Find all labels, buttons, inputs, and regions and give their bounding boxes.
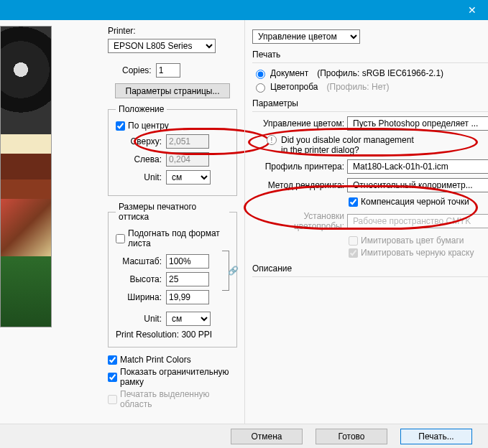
print-selection-checkbox: Печатать выделенную область [108, 389, 237, 409]
size-unit-select[interactable]: см [166, 312, 211, 326]
link-icon[interactable]: 🔗 [228, 266, 239, 276]
width-label: Ширина: [116, 292, 162, 302]
proof-setup-select: Рабочее пространство CMYK [347, 214, 488, 228]
cancel-button[interactable]: Отмена [231, 429, 303, 444]
proof-profile: (Профиль: Нет) [327, 82, 390, 92]
close-button[interactable]: ✕ [456, 0, 488, 20]
show-bbox-checkbox[interactable]: Показать ограничительную рамку [108, 367, 237, 387]
simulate-paper-checkbox: Имитировать цвет бумаги [349, 235, 488, 246]
top-label: Сверху: [116, 136, 162, 146]
printer-profile-label: Профиль принтера: [252, 162, 344, 172]
document-profile: (Профиль: sRGB IEC61966-2.1) [317, 68, 443, 78]
scaled-size-group: Размеры печатного оттиска Подогнать под … [108, 202, 237, 347]
position-unit-select[interactable]: см [166, 170, 211, 185]
match-print-colors-checkbox[interactable]: Match Print Colors [108, 355, 237, 365]
print-button[interactable]: Печать... [400, 429, 472, 444]
right-pane: Управление цветом Печать Документ (Профи… [244, 20, 488, 424]
center-checkbox-input[interactable] [116, 121, 125, 131]
copies-label: Copies: [122, 65, 152, 75]
print-resolution-label: Print Resolution: 300 PPI [116, 330, 229, 340]
dialog-footer: Отмена Готово Печать... [0, 424, 488, 448]
scale-input[interactable] [166, 254, 209, 269]
proof-radio[interactable]: Цветопроба (Профиль: Нет) [252, 81, 488, 93]
height-input[interactable] [166, 272, 209, 286]
printer-profile-select[interactable]: Mat180-Lack-01h-01.icm [347, 159, 488, 174]
scale-label: Масштаб: [116, 256, 162, 266]
preview-thumb [1, 27, 51, 134]
color-handling-label: Управление цветом: [252, 118, 344, 129]
print-preview [0, 26, 52, 327]
section-select[interactable]: Управление цветом [252, 29, 360, 44]
link-dimensions-bracket: 🔗 [222, 251, 229, 291]
preview-thumb [1, 134, 51, 199]
print-dialog: ✕ Printer: EPSON L805 Series [0, 0, 488, 448]
left-label: Слева: [116, 154, 162, 164]
printer-label: Printer: [108, 26, 136, 36]
copies-input[interactable] [156, 63, 180, 78]
printer-select[interactable]: EPSON L805 Series [108, 39, 216, 53]
rendering-intent-label: Метод рендеринга: [252, 180, 344, 190]
position-legend: Положение [116, 104, 167, 114]
fit-media-checkbox[interactable]: Подогнать под формат листа [116, 228, 229, 248]
scaled-legend: Размеры печатного оттиска [116, 202, 229, 222]
preview-thumb [1, 199, 51, 256]
info-icon: ! [267, 135, 277, 145]
page-setup-button[interactable]: Параметры страницы... [115, 83, 230, 98]
preview-column [0, 20, 55, 424]
rendering-intent-select[interactable]: Относительный колориметр... [347, 178, 488, 192]
position-group: Положение По центру Сверху: Слева: Unit:… [108, 104, 237, 196]
width-input[interactable] [166, 290, 209, 304]
params-heading: Параметры [252, 98, 488, 108]
fit-media-checkbox-input[interactable] [116, 234, 125, 243]
close-icon: ✕ [468, 4, 477, 16]
done-button[interactable]: Готово [316, 429, 387, 444]
left-input [166, 152, 209, 167]
black-point-checkbox[interactable]: Компенсация черной точки [349, 197, 488, 207]
disable-cm-hint: Did you disable color management in the … [281, 135, 414, 155]
unit-label: Unit: [116, 172, 162, 182]
proof-setup-label: Установки цветопробы: [252, 211, 344, 231]
color-handling-select[interactable]: Пусть Photoshop определяет ... [347, 116, 488, 131]
center-checkbox[interactable]: По центру [116, 121, 229, 131]
top-input [166, 134, 209, 149]
left-pane: Printer: EPSON L805 Series Copies: Парам… [55, 20, 244, 424]
titlebar: ✕ [0, 0, 488, 20]
height-label: Высота: [116, 274, 162, 284]
simulate-black-checkbox: Имитировать черную краску [349, 248, 488, 258]
preview-thumb [1, 256, 51, 327]
description-heading: Описание [252, 263, 488, 274]
print-heading: Печать [252, 50, 488, 60]
unit-label: Unit: [116, 314, 162, 324]
document-radio[interactable]: Документ (Профиль: sRGB IEC61966-2.1) [252, 67, 488, 79]
